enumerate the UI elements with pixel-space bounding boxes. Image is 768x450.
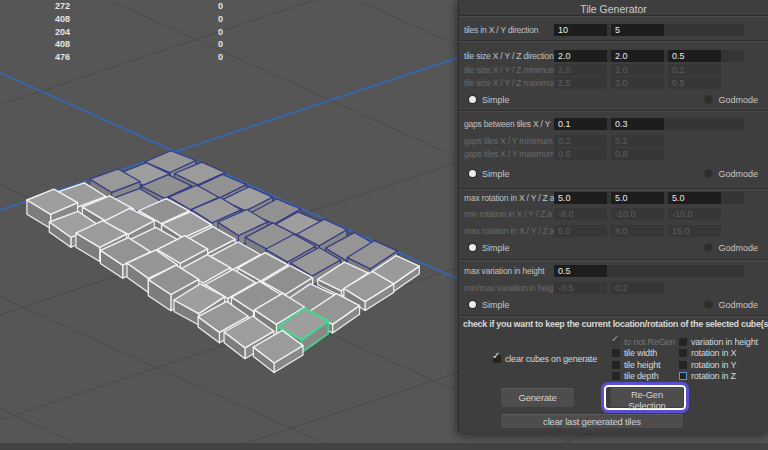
gaps-x-input[interactable]: 0.1 [554,118,607,130]
godmode-radio-label: Godmode [718,243,758,253]
field-row: max rotation in X / Y / Z a 5.0 5.0 5.0 [459,191,768,205]
hud-value: 476 [55,52,70,62]
checkbox-row: variation in height [679,336,758,348]
mode-radio-row: Simple Godmode [459,167,768,180]
tiles-y-input[interactable]: 5 [611,24,664,36]
rot-x-input[interactable]: 5.0 [554,192,607,204]
godmode-radio-tile-size[interactable] [705,96,712,103]
hud-row: 4080 [55,14,255,27]
simple-radio-label: Simple [482,243,510,253]
simple-radio-gaps[interactable] [469,170,476,177]
clear-last-tiles-button[interactable]: clear last generated tiles [501,414,683,428]
godmode-radio-height[interactable] [705,301,712,308]
tile-height-label: tile height [624,360,660,370]
field-row: gaps between tiles X / Y 0.1 0.3 [459,117,768,131]
rot-max-x-input: 5.0 [554,225,607,237]
rotation-y-label: rotation in Y [691,360,736,370]
separator [459,315,768,317]
hud-value: 204 [55,27,70,37]
tile-size-z-input[interactable]: 0.5 [668,50,721,62]
hud-value: 0 [218,39,223,49]
tile-generator-panel: Tile Generator tiles in X / Y direction … [458,0,768,433]
checkmark-icon: ✓ [492,351,500,361]
field-row: gaps tiles X / Y maximum 0.6 0.8 [459,148,768,160]
checkbox-row: ✓ to not ReGen [612,336,679,348]
mode-radio-row: Simple Godmode [459,241,768,254]
tile-size-y-input[interactable]: 2.0 [611,50,664,62]
tile-size-max-y-input: 3.0 [611,77,664,89]
simple-radio-rotation[interactable] [469,244,476,251]
rot-min-x-input: -8.0 [554,208,607,220]
tile-width-label: tile width [624,348,657,358]
tile-size-min-x-input: 2.0 [554,64,607,76]
mode-radio-row: Simple Godmode [459,93,768,106]
simple-radio-tile-size[interactable] [469,96,476,103]
clear-cubes-checkbox[interactable]: ✓ [493,355,501,363]
rotation-x-checkbox[interactable] [679,349,687,357]
height-max-input: 0.2 [611,282,664,294]
to-not-regen-checkbox: ✓ [612,338,620,346]
godmode-radio-gaps[interactable] [705,170,712,177]
to-not-regen-label: to not ReGen [624,337,675,347]
panel-title: Tile Generator [459,0,768,13]
hud-value: 0 [218,14,223,24]
rotation-z-checkbox[interactable] [679,372,687,380]
variation-height-checkbox[interactable] [679,338,687,346]
clear-cubes-label: clear cubes on generate [505,354,597,364]
rotation-x-label: rotation in X [691,348,736,358]
tile-size-min-z-input: 0.2 [668,64,721,76]
hud-value: 272 [55,1,70,11]
tile-size-max-label: tile size X / Y / Z maximum [459,78,554,88]
field-row: tile size X / Y / Z maximum 2.5 3.0 0.5 [459,77,768,89]
footer-buttons: Generate Re-Gen Selection clear last gen… [459,382,768,432]
tile-depth-checkbox[interactable] [612,372,620,380]
height-variation-input[interactable]: 0.5 [554,265,607,277]
hud-value: 0 [218,1,223,11]
poly-count-hud: 2720 4080 2040 4080 4760 [55,1,255,65]
hud-row: 2720 [55,1,255,14]
rotation-y-checkbox[interactable] [679,361,687,369]
simple-radio-label: Simple [482,169,510,179]
field-row: min rotation in X / Y / Z a -8.0 -10.0 -… [459,208,768,220]
gaps-y-input[interactable]: 0.3 [611,118,664,130]
field-row: max rotation in X / Y / Z a 5.0 8.0 15.0 [459,225,768,237]
rot-y-input[interactable]: 5.0 [611,192,664,204]
simple-radio-height[interactable] [469,301,476,308]
field-row: max variation in height 0.5 [459,264,768,278]
field-strip: 0.5 [554,265,744,277]
height-min-input: -0.5 [554,282,607,294]
field-strip: 10 5 [554,24,744,36]
mode-radio-row: Simple Godmode [459,298,768,311]
checkbox-row: tile width [612,348,679,360]
rot-max-z-input: 15.0 [668,225,721,237]
field-strip: 0.1 0.3 [554,118,744,130]
rot-z-input[interactable]: 5.0 [668,192,721,204]
keep-location-note: check if you want to keep the current lo… [459,319,768,330]
separator [459,15,768,17]
max-rotation-label: max rotation in X / Y / Z a [459,193,554,203]
field-strip: 5.0 5.0 5.0 [554,192,744,204]
tile-size-label: tile size X / Y / Z direction [459,51,554,61]
checkbox-row: tile height [612,359,679,371]
separator [459,259,768,261]
tile-height-checkbox[interactable] [612,361,620,369]
hud-value: 408 [55,39,70,49]
field-row: tiles in X / Y direction 10 5 [459,23,768,37]
rot-min-y-input: -10.0 [611,208,664,220]
tile-size-x-input[interactable]: 2.0 [554,50,607,62]
gaps-max-x-input: 0.6 [554,148,607,160]
gaps-min-y-input: 0.2 [611,135,664,147]
tile-width-checkbox[interactable] [612,349,620,357]
godmode-radio-label: Godmode [718,169,758,179]
simple-radio-label: Simple [482,300,510,310]
generate-button[interactable]: Generate [501,388,574,407]
godmode-radio-rotation[interactable] [705,244,712,251]
checkmark-icon: ✓ [611,334,619,344]
tile-size-max-z-input: 0.5 [668,77,721,89]
regen-selection-button[interactable]: Re-Gen Selection [611,388,683,407]
gaps-max-y-input: 0.8 [611,148,664,160]
tiles-xy-label: tiles in X / Y direction [459,25,554,35]
tiles-x-input[interactable]: 10 [554,24,607,36]
maya-window: 2720 4080 2040 4080 4760 Tile Generator … [0,0,768,450]
height-minmax-label: min/max variation in heig [459,283,554,293]
